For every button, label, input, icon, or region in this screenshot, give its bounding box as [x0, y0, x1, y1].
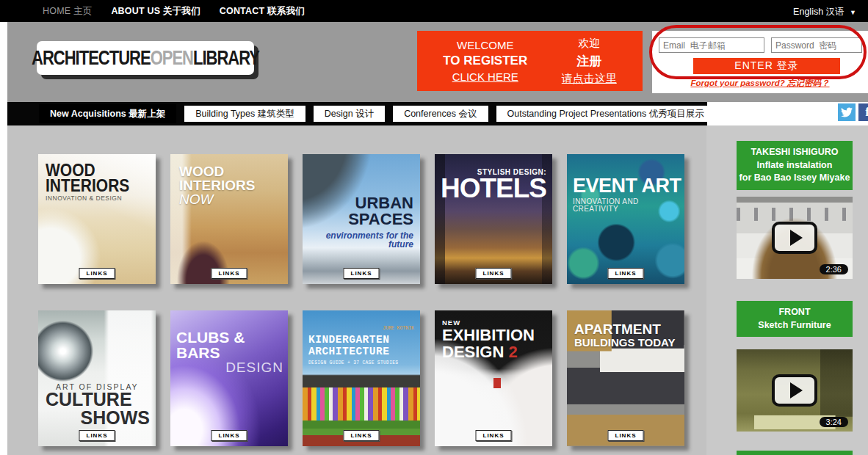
password-field[interactable]: [771, 37, 862, 53]
book-cover-new-exhibition-design-2[interactable]: NEW EXHIBITION DESIGN 2 LINKS: [435, 310, 552, 446]
nav-about[interactable]: ABOUT US 关于我们: [111, 5, 200, 18]
links-badge[interactable]: LINKS: [608, 268, 644, 279]
logo-text: ARCHITECTUREOPENLIBRARY: [32, 46, 259, 70]
book-title-block: ART OF DISPLAY CULTURE SHOWS: [46, 383, 150, 428]
tab-outstanding-projects[interactable]: Outstanding Project Presentations 优秀项目展示: [496, 106, 715, 122]
book-title-block: URBAN SPACES environments for the future: [303, 195, 413, 249]
facebook-icon[interactable]: f: [858, 103, 868, 121]
forgot-password-link[interactable]: Forgot your password? 忘记密码？: [652, 78, 868, 89]
twitter-icon[interactable]: [838, 103, 856, 121]
nav-home[interactable]: HOME 主页: [43, 5, 92, 18]
book-title-block: EVENT ART INNOVATION AND CREATIVITY: [573, 176, 684, 213]
video-title-line: FRONT: [738, 306, 851, 319]
links-badge[interactable]: LINKS: [344, 430, 380, 441]
register-welcome-zh-label: 欢迎: [578, 37, 600, 51]
tab-strip: New Acquisitions 最新上架 Building Types 建筑类…: [7, 102, 707, 125]
links-badge[interactable]: LINKS: [211, 430, 247, 441]
links-badge[interactable]: LINKS: [476, 268, 512, 279]
language-selector[interactable]: English 汉语 ▼: [793, 6, 856, 18]
links-badge[interactable]: LINKS: [79, 430, 115, 441]
register-banner[interactable]: WELCOME TO REGISTER CLICK HERE 欢迎 注册 请点击…: [417, 31, 643, 91]
nav-contact[interactable]: CONTACT 联系我们: [220, 5, 305, 18]
play-icon: [790, 382, 803, 398]
book-cover-culture-shows[interactable]: ART OF DISPLAY CULTURE SHOWS LINKS: [38, 310, 156, 446]
video-title-front-sketch-furniture[interactable]: FRONT Sketch Furniture: [737, 301, 853, 337]
chevron-down-icon: ▼: [850, 9, 856, 16]
video-title-line: for Bao Bao Issey Miyake: [738, 172, 851, 185]
book-title-block: WOOD INTERIORS INNOVATION & DESIGN: [46, 161, 129, 202]
video-title-line: Inflate instalation: [738, 159, 851, 172]
book-cover-stylish-design-hotels[interactable]: STYLISH DESIGN: HOTELS LINKS: [435, 154, 552, 284]
site-logo[interactable]: ARCHITECTUREOPENLIBRARY: [37, 41, 254, 75]
play-button[interactable]: [772, 222, 817, 254]
video-title-line: TAKESHI ISHIGURO: [738, 146, 851, 159]
video-title-line: Sketch Furniture: [738, 319, 851, 332]
video-duration-badge: 3:24: [820, 417, 848, 427]
tab-conferences[interactable]: Conferences 会议: [393, 106, 488, 122]
video-title-next-partial[interactable]: [737, 451, 853, 455]
book-cover-event-art[interactable]: EVENT ART INNOVATION AND CREATIVITY LINK…: [567, 154, 684, 284]
play-button[interactable]: [772, 374, 817, 407]
links-badge[interactable]: LINKS: [344, 268, 380, 279]
book-title-block: CLUBS & BARS DESIGN: [176, 330, 283, 374]
register-english-column: WELCOME TO REGISTER CLICK HERE: [443, 39, 527, 83]
book-cover-kindergarten-architecture[interactable]: JURE KOTNIK KINDERGARTEN ARCHITECTURE DE…: [303, 310, 420, 446]
tab-building-types[interactable]: Building Types 建筑类型: [184, 106, 305, 122]
book-title-block: JURE KOTNIK KINDERGARTEN ARCHITECTURE DE…: [308, 327, 414, 365]
register-click-here-zh-link[interactable]: 请点击这里: [562, 72, 617, 86]
book-title-block: NEW EXHIBITION DESIGN 2: [442, 319, 535, 360]
links-badge[interactable]: LINKS: [211, 268, 247, 279]
tab-design[interactable]: Design 设计: [314, 106, 385, 122]
video-thumbnail-takeshi-ishiguro[interactable]: 2:36: [737, 197, 853, 279]
links-badge[interactable]: LINKS: [79, 268, 115, 279]
book-cover-clubs-and-bars[interactable]: CLUBS & BARS DESIGN LINKS: [170, 310, 288, 446]
book-title-block: STYLISH DESIGN: HOTELS: [441, 169, 546, 200]
book-title-block: WOOD INTERIORS NOW: [179, 164, 288, 206]
facebook-letter: f: [865, 105, 868, 120]
twitter-bird-glyph: [841, 106, 853, 118]
register-to-register-zh-label: 注册: [576, 53, 601, 70]
enter-login-button[interactable]: ENTER 登录: [693, 58, 840, 74]
register-chinese-column: 欢迎 注册 请点击这里: [562, 37, 617, 86]
links-badge[interactable]: LINKS: [476, 430, 512, 441]
book-cover-wood-interiors-now[interactable]: WOOD INTERIORS NOW LINKS: [170, 154, 288, 284]
book-title-block: APARTMENT BUILDINGS TODAY: [574, 322, 676, 348]
book-cover-apartment-buildings-today[interactable]: APARTMENT BUILDINGS TODAY LINKS: [567, 310, 684, 446]
links-badge[interactable]: LINKS: [608, 430, 644, 441]
tab-new-acquisitions[interactable]: New Acquisitions 最新上架: [39, 104, 176, 123]
register-click-here-link[interactable]: CLICK HERE: [452, 70, 518, 83]
login-panel: ENTER 登录 Forgot your password? 忘记密码？: [652, 31, 868, 93]
video-duration-badge: 2:36: [820, 264, 848, 274]
video-title-takeshi-ishiguro[interactable]: TAKESHI ISHIGURO Inflate instalation for…: [737, 141, 853, 190]
book-cover-urban-spaces[interactable]: URBAN SPACES environments for the future…: [303, 154, 420, 284]
top-navigation: HOME 主页 ABOUT US 关于我们 CONTACT 联系我们: [0, 0, 868, 22]
language-label: English 汉语: [793, 7, 844, 17]
register-welcome-label: WELCOME: [457, 39, 514, 51]
play-icon: [790, 230, 803, 246]
register-to-register-label: TO REGISTER: [443, 54, 527, 68]
book-cover-wood-interiors[interactable]: WOOD INTERIORS INNOVATION & DESIGN LINKS: [38, 154, 156, 284]
video-thumbnail-front-sketch-furniture[interactable]: 3:24: [737, 349, 853, 432]
email-field[interactable]: [659, 37, 764, 53]
